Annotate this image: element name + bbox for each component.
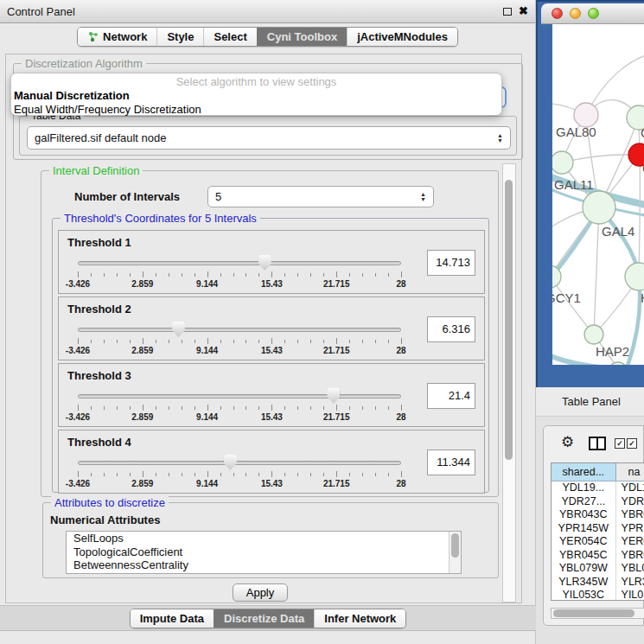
- tab-select[interactable]: Select: [203, 28, 256, 46]
- table-row[interactable]: YBR043CYBR0: [552, 508, 644, 522]
- threshold-value-field[interactable]: 14.713: [427, 250, 475, 276]
- node-label: H: [641, 290, 644, 305]
- slider-ticks: [78, 271, 401, 278]
- list-item[interactable]: SelfLoops: [67, 532, 461, 545]
- slider-thumb[interactable]: [172, 322, 185, 337]
- scrollbar-thumb[interactable]: [505, 180, 513, 460]
- network-edge[interactable]: [639, 155, 640, 277]
- numerical-attributes-label: Numerical Attributes: [50, 513, 160, 526]
- number-of-intervals-combobox[interactable]: 5 ▲▼: [207, 186, 434, 207]
- threshold-slider[interactable]: -3.4262.8599.14415.4321.71528: [78, 388, 401, 424]
- close-icon[interactable]: ✖: [519, 7, 528, 16]
- stepper-arrows-icon: ▲▼: [497, 133, 503, 143]
- column-header-name[interactable]: na: [616, 463, 644, 481]
- network-canvas[interactable]: GAL80 G C GAL11 GAL4 GCY1 H HAP2: [552, 24, 644, 365]
- network-node-gal11[interactable]: [552, 151, 573, 174]
- threshold-value-field[interactable]: 11.344: [427, 450, 475, 475]
- list-item[interactable]: BetweennessCentrality: [67, 558, 461, 572]
- threshold-1-panel: Threshold 1 -3.4262.8599.14415.4321.7152…: [58, 230, 485, 294]
- node-label: HAP2: [596, 344, 629, 359]
- tab-discretize-data[interactable]: Discretize Data: [214, 609, 314, 628]
- gear-icon[interactable]: ⚙: [561, 433, 574, 451]
- apply-button[interactable]: Apply: [233, 583, 288, 602]
- slider-tick-labels: -3.4262.8599.14415.4321.71528: [78, 279, 401, 290]
- table-row[interactable]: YLR345WYLR3: [552, 576, 644, 590]
- zoom-traffic-light-icon[interactable]: [588, 8, 599, 19]
- threshold-label: Threshold 3: [67, 369, 131, 382]
- table-panel-body: ⚙ ✓ ✓ shared... na YDL19...YDL1 YDR27...…: [543, 425, 644, 626]
- slider-track[interactable]: [78, 261, 401, 265]
- node-label: GAL4: [602, 224, 634, 239]
- tab-jactivemnodules[interactable]: jActiveMNodules: [347, 28, 457, 46]
- network-edge[interactable]: [594, 207, 599, 335]
- list-item[interactable]: TopologicalCoefficient: [67, 545, 461, 559]
- attributes-listbox[interactable]: SelfLoops TopologicalCoefficient Between…: [66, 531, 462, 574]
- column-header-shared-name[interactable]: shared...: [552, 463, 616, 481]
- minimize-traffic-light-icon[interactable]: [570, 8, 581, 19]
- threshold-label: Threshold 1: [67, 236, 131, 249]
- scrollbar-thumb[interactable]: [451, 533, 459, 558]
- slider-ticks: [78, 405, 401, 411]
- network-node-gal4[interactable]: [583, 191, 615, 224]
- window-title: Control Panel: [7, 5, 75, 18]
- settings-scroll-area: Interval Definition Number of Intervals …: [13, 163, 502, 603]
- group-title: Interval Definition: [49, 164, 143, 177]
- table-row[interactable]: YPR145WYPR1: [552, 522, 644, 536]
- slider-thumb[interactable]: [327, 388, 340, 404]
- network-node[interactable]: [609, 362, 628, 365]
- network-edge[interactable]: [552, 277, 594, 335]
- checked-checkbox-icon[interactable]: ✓: [615, 438, 625, 449]
- list-scrollbar[interactable]: [449, 532, 461, 573]
- network-node[interactable]: [625, 263, 644, 290]
- threshold-label: Threshold 4: [67, 436, 131, 449]
- threshold-slider[interactable]: -3.4262.8599.14415.4321.71528: [78, 255, 401, 291]
- float-window-icon[interactable]: [503, 8, 512, 16]
- panel-scrollbar[interactable]: [502, 163, 516, 603]
- scrollbar-thumb[interactable]: [553, 609, 634, 617]
- tab-infer-network[interactable]: Infer Network: [314, 609, 405, 628]
- algorithm-dropdown-popup: Select algorithm to view settings Manual…: [10, 73, 502, 116]
- checked-checkbox-icon[interactable]: ✓: [627, 438, 637, 449]
- threshold-value-field[interactable]: 6.316: [427, 316, 475, 342]
- table-row[interactable]: YER054CYER0: [552, 535, 644, 549]
- dropdown-option-manual[interactable]: Manual Discretization: [11, 89, 501, 103]
- slider-tick-labels: -3.4262.8599.14415.4321.71528: [78, 412, 401, 423]
- slider-ticks: [78, 471, 401, 478]
- table-row[interactable]: YDL19...YDL1: [552, 481, 644, 495]
- slider-track[interactable]: [78, 461, 401, 465]
- node-attribute-table: shared... na YDL19...YDL1 YDR27...YDR2 Y…: [551, 462, 644, 601]
- split-view-icon[interactable]: [589, 437, 606, 450]
- table-horizontal-scrollbar[interactable]: [551, 608, 644, 619]
- dropdown-option-equal-width[interactable]: Equal Width/Frequency Discretization: [11, 103, 501, 117]
- threshold-value-field[interactable]: 21.4: [427, 383, 475, 409]
- tab-impute-data[interactable]: Impute Data: [131, 609, 214, 628]
- network-node-gal80[interactable]: [574, 103, 598, 127]
- group-title: Threshold's Coordinates for 5 Intervals: [61, 212, 260, 225]
- table-row[interactable]: YDR27...YDR2: [552, 495, 644, 509]
- slider-tick-labels: -3.4262.8599.14415.4321.71528: [78, 479, 401, 489]
- table-data-combobox[interactable]: galFiltered.sif default node ▲▼: [27, 126, 511, 150]
- control-panel-titlebar: Control Panel ✖: [0, 0, 535, 23]
- tab-style[interactable]: Style: [156, 28, 203, 46]
- tab-network[interactable]: Network: [78, 28, 156, 46]
- table-row[interactable]: YBL079WYBL0: [552, 562, 644, 576]
- network-window-titlebar: [541, 3, 644, 24]
- threshold-slider[interactable]: -3.4262.8599.14415.4321.71528: [78, 455, 401, 491]
- node-label: GAL11: [554, 177, 594, 192]
- table-row[interactable]: YIL053CYIL0: [552, 589, 644, 601]
- slider-track[interactable]: [78, 328, 401, 332]
- slider-thumb[interactable]: [258, 255, 271, 271]
- number-of-intervals-label: Number of Intervals: [74, 190, 180, 203]
- close-traffic-light-icon[interactable]: [552, 8, 563, 19]
- table-panel: Table Panel ⚙ ✓ ✓ shared... na YDL19...Y…: [536, 387, 644, 644]
- tab-cyni-toolbox[interactable]: Cyni Toolbox: [257, 28, 347, 46]
- node-label: G: [641, 125, 644, 140]
- group-title: Attributes to discretize: [51, 496, 169, 509]
- node-label: GCY1: [552, 290, 581, 305]
- threshold-slider[interactable]: -3.4262.8599.14415.4321.71528: [78, 322, 401, 358]
- thresholds-group: Threshold's Coordinates for 5 Intervals …: [52, 218, 489, 493]
- slider-thumb[interactable]: [224, 455, 237, 470]
- table-row[interactable]: YBR045CYBR0: [552, 549, 644, 563]
- network-node-hap2[interactable]: [584, 325, 603, 344]
- slider-track[interactable]: [78, 394, 401, 399]
